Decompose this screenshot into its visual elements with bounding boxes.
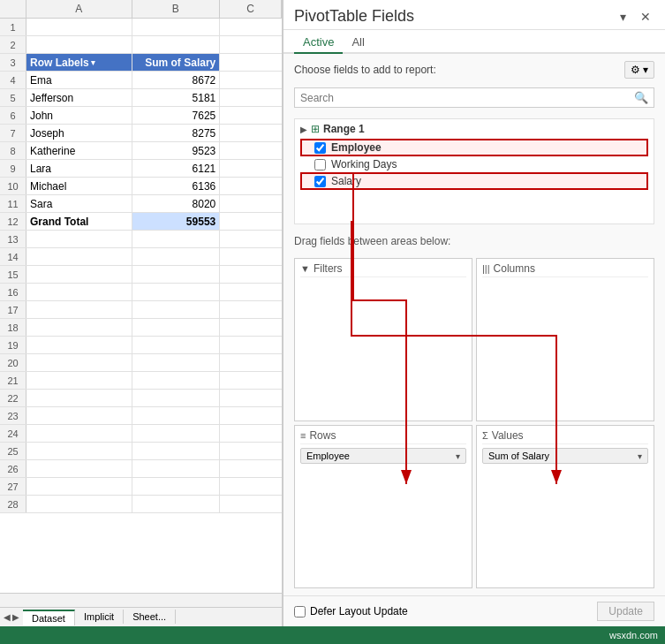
- tab-nav-arrows[interactable]: ◀ ▶: [0, 612, 23, 622]
- cell-b[interactable]: 8020: [132, 195, 221, 212]
- cell-c[interactable]: [220, 354, 282, 371]
- cell-c[interactable]: [220, 195, 282, 212]
- pivot-tab-active[interactable]: Active: [294, 30, 343, 54]
- cell-a[interactable]: Jefferson: [26, 89, 132, 106]
- cell-a[interactable]: [26, 425, 132, 442]
- cell-b[interactable]: [132, 266, 221, 283]
- drag-zone-filters[interactable]: ▼Filters: [294, 258, 472, 421]
- table-row[interactable]: 3Row Labels▾Sum of Salary: [0, 54, 282, 72]
- cell-a[interactable]: Row Labels▾: [26, 54, 132, 71]
- cell-b[interactable]: 8672: [132, 72, 221, 88]
- cell-a[interactable]: [26, 231, 132, 247]
- sheet-tab[interactable]: Dataset: [23, 610, 75, 625]
- cell-a[interactable]: Ema: [26, 72, 132, 88]
- cell-c[interactable]: [220, 478, 282, 495]
- cell-a[interactable]: [26, 301, 132, 318]
- cell-c[interactable]: [220, 301, 282, 318]
- cell-b[interactable]: [132, 337, 221, 353]
- prev-tab-arrow[interactable]: ◀: [4, 612, 11, 622]
- cell-b[interactable]: [132, 301, 221, 318]
- sheet-scroll-bar[interactable]: [0, 593, 282, 607]
- cell-b[interactable]: 6136: [132, 178, 221, 194]
- cell-b[interactable]: 8275: [132, 125, 221, 141]
- cell-a[interactable]: [26, 443, 132, 459]
- cell-c[interactable]: [220, 284, 282, 300]
- cell-a[interactable]: [26, 407, 132, 424]
- cell-c[interactable]: [220, 142, 282, 159]
- table-row[interactable]: 18: [0, 319, 282, 337]
- cell-a[interactable]: [26, 354, 132, 371]
- cell-c[interactable]: [220, 178, 282, 194]
- cell-b[interactable]: [132, 425, 221, 442]
- cell-c[interactable]: [220, 231, 282, 247]
- cell-b[interactable]: [132, 248, 221, 265]
- cell-c[interactable]: [220, 248, 282, 265]
- cell-b[interactable]: [132, 19, 221, 35]
- table-row[interactable]: 28: [0, 496, 282, 513]
- tree-expand-icon[interactable]: ▶: [300, 125, 307, 134]
- table-row[interactable]: 24: [0, 425, 282, 443]
- cell-c[interactable]: [220, 19, 282, 35]
- cell-c[interactable]: [220, 36, 282, 53]
- table-row[interactable]: 14: [0, 248, 282, 266]
- cell-a[interactable]: Sara: [26, 195, 132, 212]
- cell-b[interactable]: [132, 407, 221, 424]
- cell-c[interactable]: [220, 89, 282, 106]
- tree-item-working-days[interactable]: Working Days: [300, 156, 648, 172]
- table-row[interactable]: 21: [0, 372, 282, 390]
- cell-c[interactable]: [220, 107, 282, 124]
- cell-a[interactable]: Joseph: [26, 125, 132, 141]
- field-checkbox-employee[interactable]: [314, 142, 326, 154]
- table-row[interactable]: 20: [0, 354, 282, 372]
- cell-b[interactable]: 9523: [132, 142, 221, 159]
- cell-c[interactable]: [220, 443, 282, 459]
- drag-zone-values[interactable]: ΣValuesSum of Salary▾: [476, 425, 654, 588]
- table-row[interactable]: 27: [0, 478, 282, 496]
- update-button[interactable]: Update: [597, 602, 654, 621]
- cell-a[interactable]: John: [26, 107, 132, 124]
- cell-b[interactable]: 6121: [132, 160, 221, 177]
- cell-a[interactable]: Michael: [26, 178, 132, 194]
- defer-checkbox[interactable]: [294, 606, 306, 617]
- table-row[interactable]: 11Sara8020: [0, 195, 282, 213]
- pill-dropdown-arrow[interactable]: ▾: [456, 451, 460, 461]
- next-tab-arrow[interactable]: ▶: [12, 612, 19, 622]
- cell-b[interactable]: [132, 231, 221, 247]
- table-row[interactable]: 26: [0, 460, 282, 478]
- cell-a[interactable]: Grand Total: [26, 213, 132, 230]
- cell-c[interactable]: [220, 372, 282, 389]
- table-row[interactable]: 6John7625: [0, 107, 282, 125]
- table-row[interactable]: 13: [0, 231, 282, 248]
- cell-c[interactable]: [220, 460, 282, 477]
- cell-a[interactable]: [26, 319, 132, 336]
- cell-b[interactable]: [132, 460, 221, 477]
- table-row[interactable]: 2: [0, 36, 282, 54]
- cell-a[interactable]: [26, 19, 132, 35]
- cell-b[interactable]: 7625: [132, 107, 221, 124]
- cell-b[interactable]: [132, 443, 221, 459]
- table-row[interactable]: 25: [0, 443, 282, 460]
- tree-item-salary[interactable]: Salary: [300, 172, 648, 190]
- table-row[interactable]: 19: [0, 337, 282, 354]
- table-row[interactable]: 9Lara6121: [0, 160, 282, 178]
- sheet-tab[interactable]: Implicit: [75, 610, 124, 624]
- drag-zone-rows[interactable]: ≡RowsEmployee▾: [294, 425, 472, 588]
- table-row[interactable]: 23: [0, 407, 282, 425]
- cell-b[interactable]: [132, 496, 221, 512]
- cell-a[interactable]: [26, 337, 132, 353]
- pill-dropdown-arrow[interactable]: ▾: [638, 451, 642, 461]
- cell-a[interactable]: [26, 390, 132, 406]
- cell-a[interactable]: [26, 496, 132, 512]
- sheet-tab[interactable]: Sheet...: [124, 610, 176, 624]
- cell-c[interactable]: [220, 213, 282, 230]
- table-row[interactable]: 5Jefferson5181: [0, 89, 282, 107]
- table-row[interactable]: 12Grand Total59553: [0, 213, 282, 231]
- cell-c[interactable]: [220, 125, 282, 141]
- field-checkbox-salary[interactable]: [314, 176, 326, 187]
- cell-b[interactable]: [132, 478, 221, 495]
- cell-c[interactable]: [220, 496, 282, 512]
- tree-item-employee[interactable]: Employee: [300, 139, 648, 156]
- cell-a[interactable]: [26, 478, 132, 495]
- table-row[interactable]: 7Joseph8275: [0, 125, 282, 142]
- cell-b[interactable]: [132, 372, 221, 389]
